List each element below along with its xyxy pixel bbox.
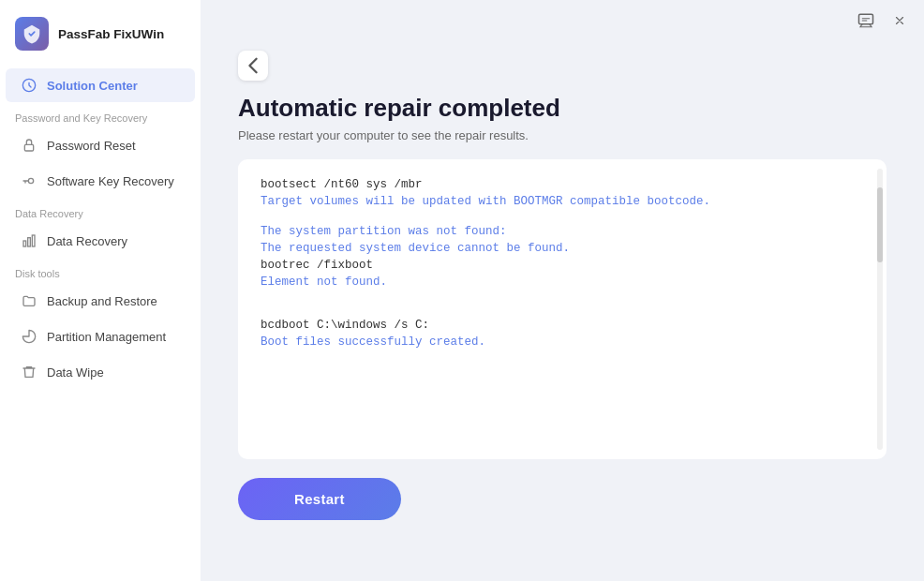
pie-icon — [21, 328, 37, 345]
solution-center-icon — [21, 77, 37, 94]
key-icon — [21, 172, 37, 189]
sidebar-item-label: Data Recovery — [47, 234, 127, 248]
app-title: PassFab FixUWin — [58, 27, 164, 41]
section-label-disk: Disk tools — [0, 259, 201, 283]
svg-rect-5 — [859, 14, 873, 24]
log-line — [261, 212, 864, 221]
back-button[interactable] — [238, 51, 268, 81]
svg-rect-1 — [24, 144, 33, 151]
log-line — [261, 305, 864, 315]
lock-icon — [21, 137, 37, 154]
sidebar-item-backup-restore[interactable]: Backup and Restore — [6, 284, 195, 318]
close-button[interactable] — [887, 7, 913, 34]
titlebar — [201, 0, 924, 41]
sidebar-item-password-reset[interactable]: Password Reset — [6, 128, 195, 162]
sidebar-item-solution-center[interactable]: Solution Center — [6, 68, 195, 102]
scrollbar-thumb[interactable] — [877, 187, 883, 262]
section-label-data: Data Recovery — [0, 199, 201, 223]
sidebar-item-label: Backup and Restore — [47, 294, 157, 308]
page-subtitle: Please restart your computer to see the … — [238, 128, 887, 142]
log-line: The requested system device cannot be fo… — [261, 242, 864, 255]
sidebar: PassFab FixUWin Solution Center Password… — [0, 0, 201, 581]
sidebar-item-label: Software Key Recovery — [47, 174, 174, 188]
scrollbar-track[interactable] — [877, 169, 883, 450]
sidebar-header: PassFab FixUWin — [0, 0, 201, 67]
sidebar-item-software-key-recovery[interactable]: Software Key Recovery — [6, 164, 195, 198]
chat-button[interactable] — [853, 7, 879, 34]
sidebar-item-partition-management[interactable]: Partition Management — [6, 320, 195, 353]
log-line: bootsect /nt60 sys /mbr — [261, 178, 864, 191]
folder-icon — [21, 292, 37, 309]
log-line: Target volumes will be updated with BOOT… — [261, 195, 864, 208]
sidebar-item-label: Password Reset — [47, 139, 136, 153]
log-line: bcdboot C:\windows /s C: — [261, 319, 864, 332]
log-box: bootsect /nt60 sys /mbrTarget volumes wi… — [238, 159, 887, 459]
svg-rect-2 — [23, 241, 26, 246]
log-line: The system partition was not found: — [261, 225, 864, 238]
page-title: Automatic repair completed — [238, 94, 887, 123]
main-area: Automatic repair completed Please restar… — [201, 0, 924, 581]
log-line: Boot files successfully created. — [261, 335, 864, 349]
app-logo — [15, 17, 49, 51]
sidebar-item-data-recovery[interactable]: Data Recovery — [6, 224, 195, 258]
svg-rect-3 — [28, 238, 31, 246]
restart-button[interactable]: Restart — [238, 478, 401, 520]
svg-rect-4 — [32, 235, 35, 246]
log-line — [261, 292, 864, 302]
trash-icon — [21, 364, 37, 380]
main-content: Automatic repair completed Please restar… — [201, 41, 924, 581]
section-label-password: Password and Key Recovery — [0, 103, 201, 127]
sidebar-item-data-wipe[interactable]: Data Wipe — [6, 355, 195, 389]
sidebar-solution-center-label: Solution Center — [47, 79, 138, 93]
log-line: bootrec /fixboot — [261, 259, 864, 272]
sidebar-item-label: Partition Management — [47, 330, 166, 344]
log-lines: bootsect /nt60 sys /mbrTarget volumes wi… — [261, 178, 864, 349]
bar-chart-icon — [21, 232, 37, 249]
sidebar-item-label: Data Wipe — [47, 365, 104, 380]
log-line: Element not found. — [261, 276, 864, 289]
